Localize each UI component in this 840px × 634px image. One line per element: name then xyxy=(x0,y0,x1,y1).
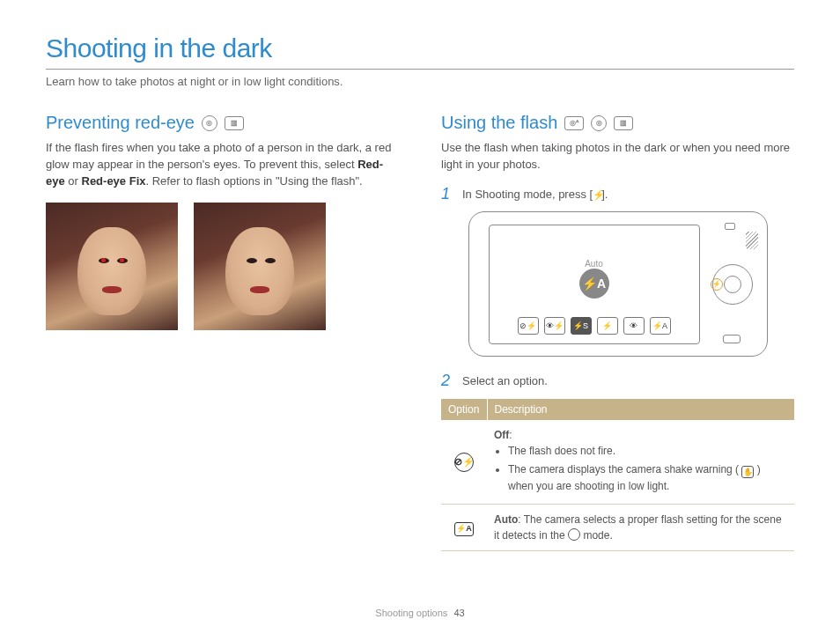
step-number: 2 xyxy=(441,372,453,388)
photo-fixed-example xyxy=(194,203,326,330)
video-mode-icon: ▥ xyxy=(225,116,244,130)
step-2: 2 Select an option. xyxy=(441,372,794,390)
option-icon-cell: ⚡A xyxy=(441,505,487,551)
flash-option: 👁⚡ xyxy=(544,317,565,335)
section-heading-red-eye: Preventing red-eye ◎ ▥ xyxy=(46,113,399,133)
page-footer: Shooting options 43 xyxy=(0,608,840,618)
table-head-description: Description xyxy=(487,399,794,420)
step-number: 1 xyxy=(441,186,453,202)
grip-texture xyxy=(746,232,758,249)
flash-option: 👁 xyxy=(623,317,645,335)
option-icon-cell: ⊘⚡ xyxy=(441,420,487,505)
camera-mode-icon: ◎ xyxy=(202,115,217,131)
section-heading-text: Using the flash xyxy=(441,113,557,133)
camera-mode-icon: ◎ xyxy=(591,115,607,131)
option-title: Auto xyxy=(494,513,518,526)
camera-diagram: Auto ⚡A ⊘⚡ 👁⚡ ⚡S ⚡ 👁 ⚡A ⚡ xyxy=(468,211,768,357)
flash-option: ⚡A xyxy=(650,317,671,335)
camera-shake-icon: ✋ xyxy=(741,466,754,478)
video-mode-icon: ▥ xyxy=(614,116,633,130)
flash-options-table: Option Description ⊘⚡Off:The flash does … xyxy=(441,399,794,552)
text-run: . Refer to flash options in "Using the f… xyxy=(145,174,362,188)
flash-button-icon: ⚡ xyxy=(593,190,601,200)
option-bullets: The flash does not fire.The camera displ… xyxy=(494,443,787,495)
flash-paragraph: Use the flash when taking photos in the … xyxy=(441,140,794,173)
footer-page-number: 43 xyxy=(453,608,464,618)
flash-options-row: ⊘⚡ 👁⚡ ⚡S ⚡ 👁 ⚡A xyxy=(518,317,671,335)
flash-option: ⊘⚡ xyxy=(518,317,539,335)
flash-highlight-icon: ⚡ xyxy=(711,278,723,291)
section-heading-text: Preventing red-eye xyxy=(46,113,195,133)
right-column: Using the flash ◎ᴬ ◎ ▥ Use the flash whe… xyxy=(441,113,794,551)
list-item: The camera displays the camera shake war… xyxy=(508,461,787,495)
control-dial: ⚡ xyxy=(712,264,753,305)
example-photo-row xyxy=(46,203,399,330)
text-bold: Red-eye Fix xyxy=(82,174,146,188)
text-run: ]. xyxy=(601,188,608,201)
popup-label: Auto xyxy=(579,259,609,269)
flash-auto-icon: ⚡A xyxy=(454,522,474,536)
photo-red-eye-example xyxy=(46,203,178,330)
list-item: The flash does not fire. xyxy=(508,443,787,459)
step-text: Select an option. xyxy=(462,372,548,390)
table-row: ⊘⚡Off:The flash does not fire.The camera… xyxy=(441,420,794,505)
step-text: In Shooting mode, press [⚡]. xyxy=(462,186,608,203)
camera-screen: Auto ⚡A ⊘⚡ 👁⚡ ⚡S ⚡ 👁 ⚡A xyxy=(489,225,700,344)
page-title: Shooting in the dark xyxy=(46,33,794,63)
text-run: or xyxy=(65,174,82,188)
popup-glyph-circle: ⚡A xyxy=(579,269,609,299)
text-run: In Shooting mode, press [ xyxy=(462,188,593,201)
red-eye-paragraph: If the flash fires when you take a photo… xyxy=(46,140,399,190)
table-head-option: Option xyxy=(441,399,487,420)
table-row: ⚡AAuto: The camera selects a proper flas… xyxy=(441,505,794,551)
option-description-cell: Off:The flash does not fire.The camera d… xyxy=(487,420,794,505)
step-1: 1 In Shooting mode, press [⚡]. xyxy=(441,186,794,203)
page-subtitle: Learn how to take photos at night or in … xyxy=(46,75,794,88)
flash-popup: Auto ⚡A xyxy=(579,259,609,299)
option-title: Off xyxy=(494,429,509,441)
section-heading-flash: Using the flash ◎ᴬ ◎ ▥ xyxy=(441,113,794,133)
bottom-button xyxy=(723,335,741,343)
flash-option: ⚡ xyxy=(597,317,618,335)
option-description-cell: Auto: The camera selects a proper flash … xyxy=(487,505,794,551)
top-button xyxy=(725,223,735,230)
left-column: Preventing red-eye ◎ ▥ If the flash fire… xyxy=(46,113,399,551)
footer-section: Shooting options xyxy=(375,608,447,618)
flash-off-icon: ⊘⚡ xyxy=(454,453,474,472)
smart-auto-mode-icon: ◎ᴬ xyxy=(564,116,584,130)
flash-option-selected: ⚡S xyxy=(571,317,592,335)
title-rule xyxy=(46,69,794,70)
mode-dial-icon xyxy=(568,528,580,541)
text-run: If the flash fires when you take a photo… xyxy=(46,141,391,171)
